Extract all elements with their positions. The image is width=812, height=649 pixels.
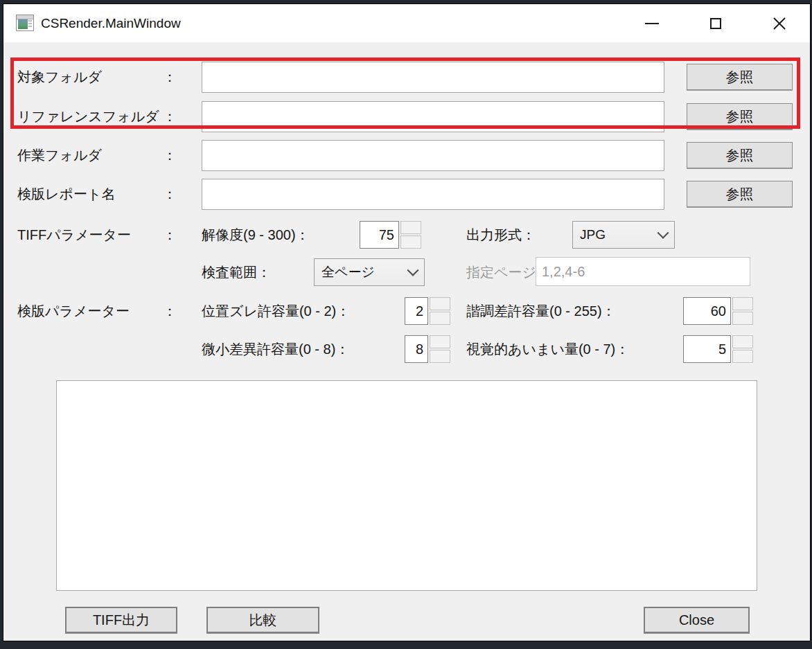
resolution-spinner xyxy=(400,221,421,249)
spin-up-button[interactable] xyxy=(732,297,753,310)
close-button[interactable] xyxy=(759,5,800,42)
position-tolerance-spinner xyxy=(430,297,450,325)
maximize-icon xyxy=(710,18,721,29)
titlebar[interactable]: CSRender.MainWindow xyxy=(3,4,810,42)
spin-up-button[interactable] xyxy=(732,335,753,348)
report-name-input[interactable] xyxy=(202,179,664,210)
minimize-button[interactable] xyxy=(631,5,673,42)
spin-down-button[interactable] xyxy=(732,312,753,325)
app-window: CSRender.MainWindow 対象フォルダ： 参照 リファレンスフォル… xyxy=(3,3,811,641)
log-textarea[interactable] xyxy=(56,380,757,591)
pages-input[interactable] xyxy=(536,257,750,286)
spin-down-button[interactable] xyxy=(430,312,450,325)
app-icon xyxy=(16,15,34,31)
visual-fuzziness-spinner xyxy=(732,335,753,363)
visual-fuzziness-label: 視覚的あいまい量(0 - 7)： xyxy=(466,339,629,359)
spin-down-button[interactable] xyxy=(400,235,421,249)
spin-down-button[interactable] xyxy=(430,350,450,363)
check-range-value: 全ページ xyxy=(321,263,405,281)
chevron-down-icon xyxy=(657,227,669,239)
tone-tolerance-label: 諧調差許容量(0 - 255)： xyxy=(466,301,616,321)
resolution-input[interactable] xyxy=(360,221,399,249)
kenpan-params-label: 検版パラメーター： xyxy=(17,301,177,321)
tiff-params-label: TIFFパラメーター： xyxy=(17,224,177,245)
spin-down-button[interactable] xyxy=(732,350,753,363)
target-folder-label: 対象フォルダ： xyxy=(17,66,177,87)
work-folder-label: 作業フォルダ： xyxy=(17,145,177,166)
work-folder-browse-button[interactable]: 参照 xyxy=(687,142,793,168)
maximize-button[interactable] xyxy=(695,5,736,42)
report-name-label: 検版レポート名： xyxy=(17,184,177,204)
resolution-label: 解像度(9 - 300)： xyxy=(202,224,310,245)
check-range-select[interactable]: 全ページ xyxy=(314,258,425,286)
spin-up-button[interactable] xyxy=(430,297,450,310)
micro-diff-tolerance-input[interactable] xyxy=(405,335,428,363)
spin-up-button[interactable] xyxy=(430,335,450,348)
tone-tolerance-spinner xyxy=(732,297,753,325)
visual-fuzziness-input[interactable] xyxy=(683,335,731,363)
position-tolerance-input[interactable] xyxy=(405,297,428,325)
report-name-browse-button[interactable]: 参照 xyxy=(687,181,793,207)
target-folder-browse-button[interactable]: 参照 xyxy=(687,64,793,90)
spin-up-button[interactable] xyxy=(400,221,421,234)
window-title: CSRender.MainWindow xyxy=(41,4,181,42)
micro-diff-tolerance-spinner xyxy=(430,335,450,363)
target-folder-input[interactable] xyxy=(202,62,664,93)
close-window-button[interactable]: Close xyxy=(644,607,750,633)
minimize-icon xyxy=(645,23,659,24)
output-format-label: 出力形式： xyxy=(466,224,536,245)
reference-folder-input[interactable] xyxy=(202,101,664,132)
work-folder-input[interactable] xyxy=(202,140,664,171)
tone-tolerance-input[interactable] xyxy=(683,297,731,325)
reference-folder-browse-button[interactable]: 参照 xyxy=(687,103,793,130)
position-tolerance-label: 位置ズレ許容量(0 - 2)： xyxy=(202,301,350,321)
check-range-label: 検査範囲： xyxy=(202,262,271,283)
compare-button[interactable]: 比較 xyxy=(206,607,319,633)
micro-diff-tolerance-label: 微小差異許容量(0 - 8)： xyxy=(202,339,349,359)
reference-folder-label: リファレンスフォルダ： xyxy=(17,106,177,127)
close-icon xyxy=(773,17,786,30)
chevron-down-icon xyxy=(407,265,419,276)
tiff-output-button[interactable]: TIFF出力 xyxy=(65,607,177,633)
output-format-value: JPG xyxy=(580,227,655,242)
output-format-select[interactable]: JPG xyxy=(572,221,675,249)
